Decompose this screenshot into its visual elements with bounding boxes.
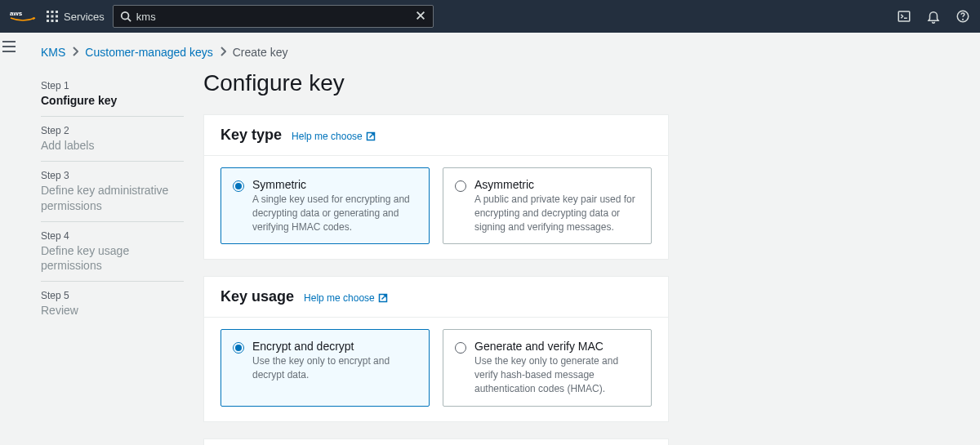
key-usage-help-link[interactable]: Help me choose — [304, 292, 388, 304]
top-nav: aws Services — [0, 0, 980, 33]
tile-title: Symmetric — [252, 178, 417, 191]
step-admin-permissions[interactable]: Step 3 Define key administrative permiss… — [41, 162, 184, 221]
step-configure-key[interactable]: Step 1 Configure key — [41, 72, 184, 117]
search-input-wrap[interactable] — [113, 5, 434, 28]
breadcrumb-current: Create key — [233, 46, 288, 59]
key-type-help-link[interactable]: Help me choose — [292, 131, 376, 142]
step-num: Step 4 — [41, 230, 184, 242]
services-menu[interactable]: Services — [46, 10, 105, 23]
nav-right — [897, 9, 970, 24]
help-link-label: Help me choose — [304, 292, 375, 304]
tile-desc: Use the key only to encrypt and decrypt … — [252, 354, 417, 382]
radio-icon — [455, 180, 466, 192]
key-usage-encrypt-decrypt[interactable]: Encrypt and decrypt Use the key only to … — [220, 329, 430, 406]
svg-text:aws: aws — [10, 10, 23, 17]
step-num: Step 5 — [41, 290, 184, 301]
chevron-right-icon — [220, 46, 226, 59]
step-label: Define key usage permissions — [41, 243, 184, 273]
search-icon — [120, 11, 131, 22]
svg-rect-6 — [56, 16, 58, 18]
step-label: Add labels — [41, 138, 184, 153]
aws-logo[interactable]: aws — [10, 9, 36, 24]
step-label: Review — [41, 303, 184, 318]
services-label: Services — [64, 11, 105, 23]
svg-point-16 — [963, 19, 964, 20]
help-icon[interactable] — [956, 9, 970, 24]
grid-icon — [46, 10, 59, 23]
breadcrumb-kms[interactable]: KMS — [41, 46, 65, 59]
key-type-title: Key type — [220, 127, 282, 144]
page-title: Configure key — [203, 70, 669, 96]
radio-icon — [455, 342, 466, 354]
breadcrumb: KMS Customer-managed keys Create key — [41, 33, 960, 67]
step-label: Define key administrative permissions — [41, 183, 184, 212]
tile-desc: Use the key only to generate and verify … — [474, 354, 639, 395]
tile-title: Generate and verify MAC — [474, 340, 639, 353]
search-clear-icon[interactable] — [415, 10, 426, 24]
notifications-icon[interactable] — [926, 9, 941, 24]
svg-rect-9 — [56, 20, 58, 22]
step-num: Step 2 — [41, 125, 184, 136]
step-label: Configure key — [41, 93, 184, 108]
svg-rect-2 — [51, 11, 54, 13]
svg-point-10 — [122, 12, 129, 20]
svg-rect-1 — [47, 11, 49, 13]
tile-desc: A public and private key pair used for e… — [474, 193, 639, 234]
key-usage-panel: Key usage Help me choose Encrypt and dec… — [203, 276, 669, 421]
step-num: Step 1 — [41, 80, 184, 91]
help-link-label: Help me choose — [292, 131, 363, 142]
radio-icon — [233, 342, 244, 354]
search-input[interactable] — [136, 11, 415, 23]
svg-rect-4 — [47, 16, 49, 18]
key-usage-mac[interactable]: Generate and verify MAC Use the key only… — [443, 329, 652, 406]
cloudshell-icon[interactable] — [897, 9, 911, 24]
side-menu-toggle-icon[interactable] — [2, 41, 16, 445]
advanced-options-panel: Advanced options — [203, 438, 669, 445]
svg-rect-7 — [47, 20, 49, 22]
wizard-steps: Step 1 Configure key Step 2 Add labels S… — [41, 67, 184, 326]
key-type-symmetric[interactable]: Symmetric A single key used for encrypti… — [220, 167, 430, 244]
key-type-panel: Key type Help me choose Symmetric — [203, 114, 669, 260]
step-add-labels[interactable]: Step 2 Add labels — [41, 117, 184, 162]
key-type-asymmetric[interactable]: Asymmetric A public and private key pair… — [443, 167, 652, 244]
svg-rect-5 — [51, 16, 54, 18]
step-usage-permissions[interactable]: Step 4 Define key usage permissions — [41, 222, 184, 282]
step-num: Step 3 — [41, 170, 184, 181]
tile-title: Asymmetric — [474, 178, 639, 191]
svg-rect-8 — [51, 20, 54, 22]
svg-rect-14 — [898, 11, 910, 21]
svg-rect-3 — [56, 11, 58, 13]
external-link-icon — [378, 293, 388, 303]
breadcrumb-customer-managed-keys[interactable]: Customer-managed keys — [85, 46, 212, 59]
key-usage-title: Key usage — [220, 288, 294, 305]
radio-icon — [233, 180, 244, 192]
external-link-icon — [366, 131, 376, 141]
tile-title: Encrypt and decrypt — [252, 340, 417, 353]
tile-desc: A single key used for encrypting and dec… — [252, 193, 417, 234]
chevron-right-icon — [72, 46, 78, 59]
step-review[interactable]: Step 5 Review — [41, 282, 184, 326]
svg-line-11 — [127, 19, 131, 22]
